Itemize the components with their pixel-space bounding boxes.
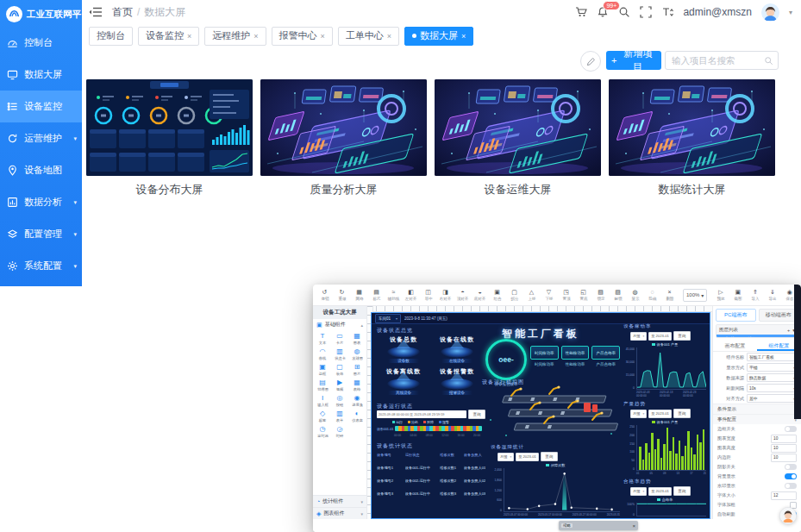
workshop-select[interactable]: 车间01▾ [375, 314, 401, 323]
sidebar-item-设备地图[interactable]: 设备地图 [0, 154, 82, 186]
toolbar-网格[interactable]: ▦网格 [352, 289, 366, 301]
period-select[interactable]: 月报▾ [630, 410, 647, 418]
user-email[interactable]: admin@xmszn [683, 6, 752, 18]
section-图表组件[interactable]: ◈图表组件▾ [313, 507, 366, 519]
query-button[interactable]: 查询 [673, 486, 691, 496]
add-layer-icon[interactable]: + [787, 328, 790, 333]
query-button[interactable]: 查询 [673, 409, 691, 418]
screen-card[interactable]: 设备分布大屏 [86, 79, 253, 197]
toolbar-底对齐[interactable]: ◒底对齐 [472, 289, 487, 301]
component-装饰[interactable]: ▢装饰 [331, 363, 348, 376]
toggle-水印显示[interactable] [785, 483, 797, 489]
toolbar-标尺[interactable]: ▤标尺 [369, 289, 384, 301]
date-input[interactable]: 至 2023-01 [648, 410, 672, 418]
tab-设备监控[interactable]: 设备监控× [138, 27, 199, 46]
project-search-input[interactable] [670, 54, 764, 66]
component-边框[interactable]: ▣边框 [314, 363, 331, 376]
component-水球图[interactable]: ◍水球图 [348, 347, 366, 360]
toolbar-导出[interactable]: ⇓导出 [765, 289, 779, 301]
component-进度条[interactable]: ◉进度条 [348, 394, 366, 407]
toolbar-隐藏[interactable]: ◌隐藏 [645, 289, 660, 301]
group-条件显示[interactable]: 条件显示▸ [713, 404, 801, 414]
component-输入框[interactable]: I输入框 [314, 394, 331, 407]
sidebar-item-运营维护[interactable]: 运营维护▾ [0, 122, 82, 154]
toggle-边框开关[interactable] [785, 426, 797, 432]
zoom-select[interactable]: 100%▾ [683, 289, 707, 302]
sidebar-item-控制台[interactable]: 控制台 [0, 27, 82, 59]
section-basic-components[interactable]: ▣ 基础组件 ▴ [313, 319, 366, 330]
component-时钟[interactable]: ◶时钟 [331, 425, 348, 438]
toolbar-锁定[interactable]: ▧锁定 [593, 289, 608, 301]
component-卡片[interactable]: ▭卡片 [331, 332, 348, 345]
toolbar-导入[interactable]: ⇑导入 [748, 289, 762, 301]
toggle-背景显示[interactable] [785, 473, 797, 479]
setting-select[interactable]: 居中▾ [747, 394, 798, 403]
collapse-sidebar-icon[interactable] [89, 7, 102, 17]
sidebar-item-数据大屏[interactable]: 数据大屏 [0, 59, 82, 91]
close-tab-icon[interactable]: × [187, 32, 191, 41]
search-icon[interactable] [618, 6, 630, 18]
toolbar-置顶[interactable]: ◳置顶 [559, 289, 573, 301]
toolbar-删除[interactable]: ×删除 [662, 289, 677, 301]
user-menu-caret-icon[interactable]: ▾ [789, 9, 792, 16]
toolbar-解锁[interactable]: ▨解锁 [610, 289, 625, 301]
edit-mode-button[interactable] [580, 51, 601, 72]
add-project-button[interactable]: + 新增项目 [606, 51, 661, 70]
date-input[interactable]: 至 2023-01 [648, 487, 672, 496]
group-事件配置[interactable]: 事件配置▾ [713, 414, 801, 424]
screen-card[interactable]: 设备运维大屏 [435, 79, 601, 197]
tab-mobile-canvas[interactable]: 移动端画布 [759, 309, 799, 322]
date-range-input[interactable]: 2023-09-08 00:00:00 至 2023-09-08 23:59:5… [377, 410, 466, 418]
component-视频[interactable]: ▶视频 [331, 379, 348, 391]
toolbar-重做[interactable]: ↻重做 [335, 289, 349, 301]
sidebar-item-系统配置[interactable]: 系统配置▾ [0, 250, 82, 282]
component-状态卡[interactable]: ▥状态卡 [331, 347, 348, 360]
setting-input[interactable]: 智能工厂看板 [747, 353, 798, 361]
notification-bell-icon[interactable]: 99+ [597, 6, 609, 18]
user-avatar[interactable] [761, 3, 779, 22]
close-tab-icon[interactable]: × [461, 32, 466, 41]
setting-select[interactable]: 平铺▾ [747, 363, 798, 372]
screen-card[interactable]: 数据统计大屏 [609, 79, 775, 197]
toggle-阴影开关[interactable] [785, 464, 797, 470]
layer-item[interactable]: ◉ 智能工厂看板 ⋯ [717, 335, 798, 338]
component-轮播图[interactable]: ▤轮播图 [314, 379, 331, 391]
input-图表高度[interactable]: 10 [771, 444, 797, 453]
fullscreen-icon[interactable] [640, 6, 652, 18]
date-input[interactable]: 至 2023-01 [648, 332, 672, 341]
period-select[interactable]: 月报▾ [497, 453, 514, 461]
toolbar-撤销[interactable]: ↺撤销 [317, 289, 332, 301]
toolbar-顶对齐[interactable]: ◓顶对齐 [455, 289, 470, 301]
breadcrumb-home[interactable]: 首页 [112, 5, 133, 20]
close-tab-icon[interactable]: × [387, 32, 391, 41]
query-button[interactable]: 查询 [541, 452, 558, 461]
toolbar-预览[interactable]: ▷预览 [713, 289, 728, 301]
toolbar-居中[interactable]: ◫居中 [421, 289, 435, 301]
sidebar-item-配置管理[interactable]: 配置管理▾ [0, 218, 82, 250]
service-avatar[interactable] [779, 507, 797, 524]
input-字体大小[interactable]: 12 [771, 491, 797, 500]
toolbar-拆分[interactable]: ▢拆分 [507, 289, 522, 301]
query-button[interactable]: 查询 [468, 410, 485, 419]
visibility-eye-icon[interactable]: ◉ [719, 337, 723, 339]
tab-canvas-config[interactable]: 画布配置 [713, 341, 757, 351]
toolbar-组合[interactable]: ▣组合 [490, 289, 504, 301]
toolbar-上移[interactable]: △上移 [524, 289, 539, 301]
section-统计组件[interactable]: ◔统计组件▾ [313, 495, 366, 507]
mini-scrollbar[interactable]: 缩略 × [559, 521, 638, 530]
sidebar-item-数据分析[interactable]: 数据分析▾ [0, 186, 82, 218]
cart-icon[interactable] [575, 6, 587, 18]
toolbar-置底[interactable]: ◱置底 [576, 289, 591, 301]
toolbar-下移[interactable]: ▽下移 [541, 289, 556, 301]
date-input[interactable]: 至 2023-01 [516, 453, 539, 461]
tab-远程维护[interactable]: 远程维护× [204, 27, 266, 46]
tab-pc-canvas[interactable]: PC端画布 [716, 309, 756, 322]
tab-报警中心[interactable]: 报警中心× [272, 27, 333, 46]
tab-数据大屏[interactable]: 数据大屏× [404, 27, 473, 46]
component-文本[interactable]: T文本 [314, 332, 331, 345]
component-表格[interactable]: ▦表格 [348, 379, 366, 391]
close-tab-icon[interactable]: × [321, 32, 325, 41]
input-内边距[interactable]: 10 [771, 454, 797, 462]
component-仪表盘[interactable]: ◐仪表盘 [348, 410, 366, 422]
tab-控制台[interactable]: 控制台 [89, 27, 133, 46]
